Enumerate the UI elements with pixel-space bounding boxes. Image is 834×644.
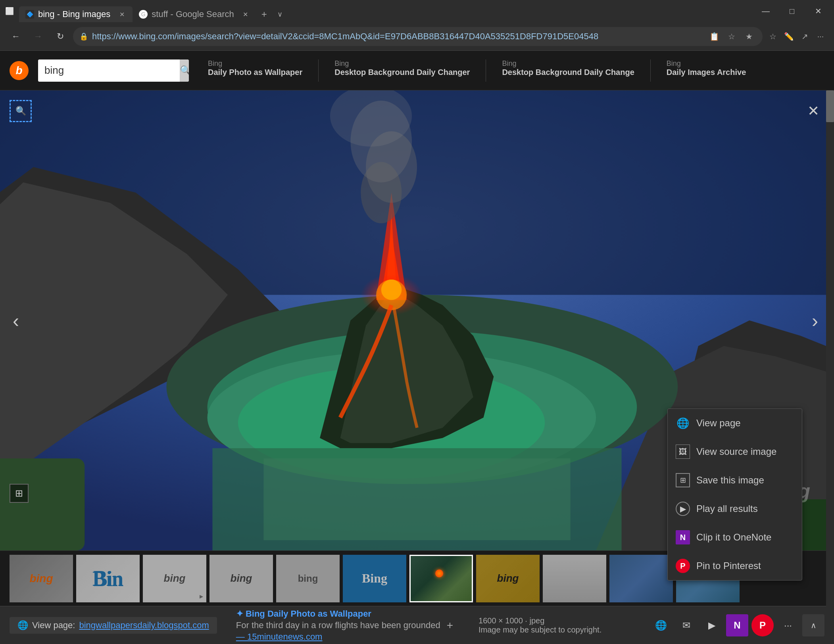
annotation-icon[interactable]: ✏️	[782, 29, 796, 44]
source-expand-button[interactable]: +	[447, 619, 453, 632]
image-source-icon: 🖼	[676, 445, 690, 459]
thumbnail-10[interactable]	[609, 555, 673, 602]
onenote-icon: N	[676, 530, 690, 544]
tab-bar: 🔷 bing - Bing images ✕ G stuff - Google …	[19, 0, 750, 22]
source-info: ✦ Bing Daily Photo as Wallpaper For the …	[236, 609, 453, 642]
context-menu: 🌐 View page 🖼 View source image ⊞ Save t…	[667, 408, 802, 581]
tab-bing-images[interactable]: 🔷 bing - Bing images ✕	[19, 6, 133, 22]
bing-search-input[interactable]	[38, 59, 180, 82]
thumbnail-1[interactable]: bing	[10, 555, 73, 602]
bing-nav-main-3: Desktop Background Daily Change	[502, 68, 634, 77]
image-lens-button[interactable]: 🔍	[10, 100, 32, 122]
reading-list-icon[interactable]: 📋	[707, 29, 721, 44]
bing-nav-sub-4: Bing	[667, 59, 746, 68]
tab-close-bing[interactable]: ✕	[117, 10, 126, 19]
nav-separator-3	[650, 59, 651, 82]
thumbnail-9[interactable]	[543, 555, 606, 602]
thumbnail-6[interactable]: Bing	[343, 555, 406, 602]
bing-nav-sub-2: Bing	[334, 59, 470, 68]
play-icon: ▶	[676, 502, 690, 516]
context-menu-save-image[interactable]: ⊞ Save this image	[668, 466, 802, 494]
context-onenote-label: Clip it to OneNote	[696, 532, 771, 543]
share-icon[interactable]: ↗	[797, 29, 812, 44]
browser-frame: ⬜ 🔷 bing - Bing images ✕ G stuff - Googl…	[0, 0, 834, 644]
nav-right-icons: ☆ ✏️ ↗ ···	[766, 29, 828, 44]
bottom-email-button[interactable]: ✉	[675, 614, 698, 636]
bookmark-icon[interactable]: ★	[742, 29, 756, 44]
address-bar-icons: 📋 ☆ ★	[707, 29, 756, 44]
bing-nav-archive[interactable]: Bing Daily Images Archive	[667, 59, 746, 82]
tab-close-google[interactable]: ✕	[241, 10, 250, 19]
tab-stuff-google[interactable]: G stuff - Google Search ✕	[133, 6, 256, 22]
back-button[interactable]: ←	[6, 27, 25, 46]
context-view-source-label: View source image	[696, 446, 776, 457]
view-page-url[interactable]: bingwallpapersdaily.blogspot.com	[79, 620, 209, 631]
scrollbar-thumb[interactable]	[826, 90, 834, 122]
address-bar[interactable]: 🔒 https://www.bing.com/images/search?vie…	[73, 27, 763, 46]
svg-rect-24	[0, 458, 85, 550]
bing-nav-wallpaper[interactable]: Bing Daily Photo as Wallpaper	[208, 59, 302, 82]
settings-more-icon[interactable]: ···	[813, 29, 828, 44]
bing-nav-changer[interactable]: Bing Desktop Background Daily Changer	[334, 59, 470, 82]
source-description: For the third day in a row flights have …	[236, 620, 440, 631]
globe-icon: 🌐	[676, 416, 690, 430]
bing-nav-change[interactable]: Bing Desktop Background Daily Change	[502, 59, 634, 82]
hub-icon[interactable]: ☆	[766, 29, 780, 44]
bing-search-button[interactable]: 🔍	[180, 59, 189, 82]
bottom-more-button[interactable]: ···	[777, 614, 799, 636]
context-pinterest-label: Pin to Pinterest	[696, 560, 761, 571]
bing-nav-main-4: Daily Images Archive	[667, 68, 746, 77]
view-page-button[interactable]: 🌐 View page: bingwallpapersdaily.blogspo…	[10, 617, 217, 634]
bing-header: b 🔍 Bing Daily Photo as Wallpaper Bing D…	[0, 51, 834, 90]
bing-nav-main-2: Desktop Background Daily Changer	[334, 68, 470, 77]
previous-image-button[interactable]: ‹	[3, 305, 29, 336]
context-play-label: Play all results	[696, 503, 758, 514]
nav-separator-2	[486, 59, 486, 82]
tab-overflow-button[interactable]: ∨	[272, 6, 288, 22]
globe-small-icon: 🌐	[17, 620, 28, 631]
lens-icon: 🔍	[15, 106, 26, 116]
tab-label-bing: bing - Bing images	[38, 9, 110, 19]
bottom-chevron-button[interactable]: ∧	[802, 614, 824, 636]
bing-nav-sub-1: Bing	[208, 59, 302, 68]
scrollbar[interactable]	[826, 90, 834, 644]
bottom-action-icons: 🌐 ✉ ▶ N P ··· ∧	[650, 614, 824, 636]
context-menu-play-all[interactable]: ▶ Play all results	[668, 494, 802, 523]
image-meta: 1600 × 1000 · jpeg Image may be subject …	[472, 616, 601, 634]
minimize-button[interactable]: —	[753, 3, 778, 19]
reload-button[interactable]: ↻	[51, 27, 70, 46]
bottom-play-button[interactable]: ▶	[701, 614, 723, 636]
pinterest-icon: P	[676, 559, 690, 573]
thumbnail-7-active[interactable]	[409, 555, 473, 602]
bing-logo[interactable]: b	[10, 61, 29, 80]
next-image-button[interactable]: ›	[802, 305, 828, 336]
forward-button[interactable]: →	[29, 27, 48, 46]
url-display: https://www.bing.com/images/search?view=…	[92, 31, 703, 42]
favorites-star-icon[interactable]: ☆	[724, 29, 739, 44]
view-page-label: View page:	[32, 620, 75, 631]
thumbnail-8[interactable]: bing	[476, 555, 540, 602]
context-menu-pinterest[interactable]: P Pin to Pinterest	[668, 552, 802, 580]
source-link[interactable]: — 15minutenews.com	[236, 632, 453, 642]
thumbnail-5[interactable]: bing	[276, 555, 340, 602]
new-tab-button[interactable]: +	[256, 6, 272, 22]
tab-favicon-google: G	[139, 10, 148, 19]
context-menu-view-source[interactable]: 🖼 View source image	[668, 437, 802, 466]
context-menu-view-page[interactable]: 🌐 View page	[668, 409, 802, 437]
context-menu-onenote[interactable]: N Clip it to OneNote	[668, 523, 802, 552]
source-title[interactable]: ✦ Bing Daily Photo as Wallpaper	[236, 609, 453, 619]
close-button[interactable]: ✕	[805, 3, 831, 19]
bing-nav-sub-3: Bing	[502, 59, 634, 68]
expand-button[interactable]: ⊞	[10, 484, 29, 503]
maximize-button[interactable]: □	[779, 3, 805, 19]
window-controls: — □ ✕	[753, 3, 831, 19]
nav-separator-1	[318, 59, 319, 82]
viewer-close-button[interactable]: ✕	[802, 100, 824, 122]
thumbnail-4[interactable]: bing	[209, 555, 273, 602]
bottom-onenote-button[interactable]: N	[726, 614, 748, 636]
bottom-globe-button[interactable]: 🌐	[650, 614, 672, 636]
thumbnail-2[interactable]: Bin	[76, 555, 140, 602]
bottom-pinterest-button[interactable]: P	[751, 614, 774, 636]
copyright-label: Image may be subject to copyright.	[478, 625, 601, 634]
thumbnail-3[interactable]: bing ▶	[143, 555, 206, 602]
